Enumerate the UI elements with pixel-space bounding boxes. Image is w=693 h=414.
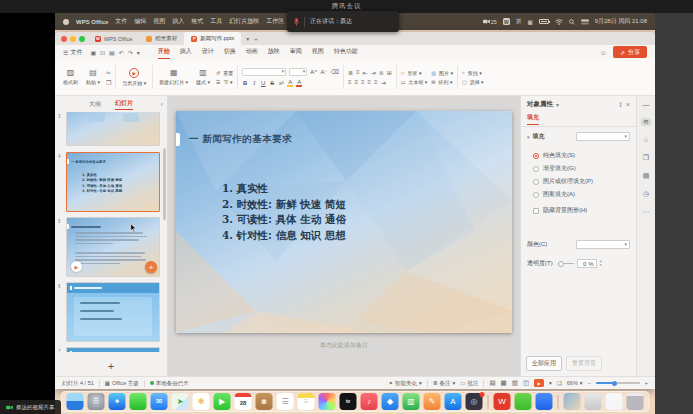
slideshow-play-button[interactable]: ▶ — [534, 379, 544, 387]
properties-rail-icon[interactable]: ≋ — [641, 118, 651, 126]
font-size-combo[interactable] — [289, 68, 307, 76]
display-icon[interactable]: ▦ — [527, 19, 532, 25]
notes-placeholder[interactable]: 单击此处添加备注 — [168, 341, 520, 350]
numbered-list-icon[interactable]: ≡ — [356, 69, 360, 75]
menubar-app-name[interactable]: WPS Office — [76, 19, 108, 25]
menubar-item[interactable]: 工作区 — [266, 17, 284, 26]
menubar-item[interactable]: 文件 — [115, 17, 127, 26]
superscript-button[interactable]: x² — [278, 80, 284, 86]
decrease-font-icon[interactable]: A⁻ — [320, 68, 327, 75]
wifi-icon[interactable] — [555, 19, 563, 25]
text-direction-icon[interactable]: ⇥ — [381, 79, 386, 86]
save-icon[interactable]: ▣ — [90, 49, 96, 56]
share-button[interactable]: ⇗ 分享 — [613, 46, 647, 58]
reset-button[interactable]: ↺重置 — [216, 70, 233, 76]
distribute-icon[interactable]: ≡ — [374, 79, 378, 85]
decrease-indent-icon[interactable]: ⇤ — [363, 69, 368, 76]
dock-icon-photos[interactable]: ✻ — [193, 393, 210, 410]
slideshow-caret[interactable]: ▾ — [549, 380, 552, 386]
search-icon[interactable] — [569, 19, 575, 25]
font-color-button[interactable]: A — [296, 79, 302, 87]
ribbon-tab-insert[interactable]: 插入 — [180, 45, 192, 59]
dock-icon-reminders[interactable]: ☰ — [277, 393, 294, 410]
dock-icon-pages[interactable]: ✎ — [424, 393, 441, 410]
smart-tools-rail-icon[interactable]: ▤ — [643, 172, 650, 180]
ribbon-tab-view[interactable]: 视图 — [312, 45, 324, 59]
smart-beautify-button[interactable]: ✦智能美化▾ — [389, 380, 422, 387]
screen-share-banner[interactable]: 聂达的视频共享 — [0, 400, 61, 414]
play-from-current-button[interactable]: ▶ 当页开始 ▾ — [118, 61, 150, 93]
menubar-item[interactable]: 幻灯片放映 — [229, 17, 259, 26]
dock-icon-keynote[interactable]: ◆ — [382, 393, 399, 410]
align-right-icon[interactable]: ≡ — [361, 79, 365, 85]
zoom-out-button[interactable]: − — [588, 380, 591, 386]
dock-icon-document-preview[interactable] — [606, 393, 623, 410]
find-button[interactable]: ⌕查找 ▾ — [462, 69, 484, 76]
more-rail-icon[interactable]: ⋯ — [643, 208, 650, 216]
print-icon[interactable]: ⊡ — [100, 49, 105, 56]
fill-tab[interactable]: 填充 — [527, 113, 539, 125]
slide-title-block[interactable]: 一 新闻写作的基本要求 — [176, 133, 292, 146]
dock-icon-finder[interactable] — [67, 393, 84, 410]
picture-button[interactable]: ▨图片 ▾ — [431, 70, 453, 76]
increase-indent-icon[interactable]: ⇥ — [371, 69, 376, 76]
tab-list-caret[interactable]: ▾ — [246, 35, 249, 42]
copy-icon[interactable]: ❐ — [106, 79, 111, 86]
dock-icon-wps[interactable]: W — [494, 393, 511, 410]
fill-picture-option[interactable]: 图片或纹理填充(P) — [521, 175, 636, 188]
collapse-panel-icon[interactable]: ‹ — [161, 101, 163, 108]
shapes-button[interactable]: ◇形状 ▾ — [401, 70, 428, 76]
dock-icon-messages[interactable] — [130, 393, 147, 410]
transparency-stepper[interactable]: ▴▾ — [600, 260, 602, 267]
view-sorter-icon[interactable]: ▦ — [501, 379, 507, 387]
theme-indicator[interactable]: ▦Office 主题 — [105, 380, 139, 387]
bullet-list-icon[interactable]: ≣ — [348, 69, 353, 76]
feedback-smiley-icon[interactable]: ☺ — [600, 49, 607, 56]
fill-preset-combo[interactable] — [576, 132, 630, 141]
line-spacing-icon[interactable]: ≋ — [379, 69, 384, 76]
thumbnail-slide-7[interactable] — [66, 347, 160, 352]
dock-icon-mail[interactable]: ✉ — [151, 393, 168, 410]
increase-font-icon[interactable]: A⁺ — [310, 68, 317, 75]
view-normal-icon[interactable]: ▤ — [489, 379, 495, 387]
menubar-item[interactable]: 编辑 — [134, 17, 146, 26]
menubar-item[interactable]: 视图 — [153, 17, 165, 26]
dock-icon-numbers[interactable]: ▥ — [403, 393, 420, 410]
fullscreen-icon[interactable]: ❏ — [557, 380, 562, 386]
new-slide-button[interactable]: ▦ 新建幻灯片 ▾ — [155, 61, 192, 93]
backup-indicator[interactable]: 本地备份已开 — [150, 380, 189, 387]
thumbnail-play-button[interactable]: ▶ — [71, 261, 82, 272]
zoom-level[interactable]: 66%▾ — [567, 380, 583, 386]
recommend-rail-icon[interactable]: ☆ — [643, 136, 649, 144]
minimize-window-button[interactable] — [70, 36, 76, 42]
fill-pattern-option[interactable]: 图案填充(A) — [521, 188, 636, 201]
tab-outline[interactable]: 大纲 — [89, 100, 101, 109]
select-button[interactable]: ▢选择 ▾ — [462, 79, 484, 85]
dock-icon-facetime[interactable]: ▶ — [214, 393, 231, 410]
tab-slides[interactable]: 幻灯片 — [115, 99, 133, 110]
menubar-item[interactable]: 工具 — [210, 17, 222, 26]
underline-button[interactable]: U — [260, 80, 266, 86]
input-method-icon[interactable]: 拼 — [516, 18, 522, 25]
dock-icon-window-preview[interactable] — [585, 393, 602, 410]
clear-format-icon[interactable]: ⌫ — [331, 68, 339, 75]
comments-button[interactable]: ▭批注 — [460, 380, 478, 387]
notes-button[interactable]: ≣备注▾ — [433, 380, 455, 387]
thumbnail-add-slide-button[interactable]: + — [145, 261, 157, 273]
ribbon-tab-home[interactable]: 开始 — [158, 45, 170, 59]
dock-icon-trash[interactable] — [627, 393, 644, 410]
file-menu-button[interactable]: ☰ 文件 — [63, 48, 82, 57]
menubar-item[interactable]: 格式 — [191, 17, 203, 26]
tab-docer[interactable]: 稻壳素材 — [139, 32, 184, 45]
dock-icon-settings[interactable]: ◎ — [466, 393, 483, 410]
fill-gradient-option[interactable]: 渐变填充(G) — [521, 162, 636, 175]
close-window-button[interactable] — [61, 36, 67, 42]
reset-background-button[interactable]: 重置背景 — [566, 356, 602, 371]
ribbon-tab-special-features[interactable]: 特色功能 — [334, 45, 358, 59]
new-tab-button[interactable]: + — [254, 36, 258, 42]
thumbnail-slide-4-selected[interactable]: 一 新闻写作的基本要求 1. 真实性2. 时效性: 新鲜 快速 简短3. 可读性… — [66, 152, 160, 212]
align-left-icon[interactable]: ≡ — [348, 79, 352, 85]
preview-icon[interactable]: ▤ — [109, 49, 115, 56]
cast-icon[interactable]: ◫ — [523, 379, 529, 387]
panel-title-caret[interactable]: ▾ — [556, 101, 559, 108]
